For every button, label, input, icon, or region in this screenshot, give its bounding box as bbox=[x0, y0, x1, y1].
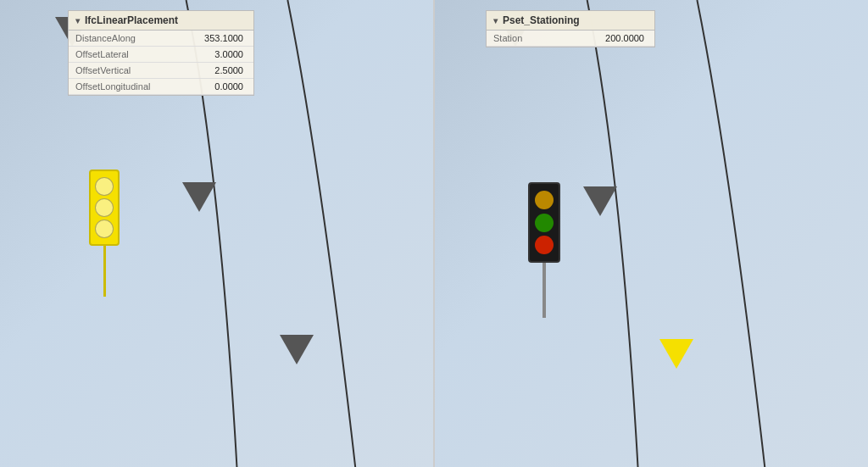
property-value: 353.1000 bbox=[179, 31, 253, 47]
property-name: OffsetLateral bbox=[69, 47, 179, 63]
traffic-light-body-normal bbox=[528, 182, 560, 263]
traffic-light-yellow bbox=[89, 170, 120, 297]
property-value: 3.0000 bbox=[179, 47, 253, 63]
property-value: 2.5000 bbox=[179, 63, 253, 79]
property-name: Station bbox=[487, 31, 597, 47]
nav-arrow-bottom-left[interactable] bbox=[280, 335, 314, 364]
table-row: OffsetVertical 2.5000 bbox=[69, 63, 253, 79]
nav-arrow-mid-right[interactable] bbox=[583, 186, 617, 216]
traffic-light-normal bbox=[528, 182, 560, 318]
right-viewport: ▾ Pset_Stationing Station 200.0000 bbox=[435, 0, 868, 467]
nav-arrow-bottom-right[interactable] bbox=[659, 339, 693, 369]
panel-title-left: IfcLinearPlacement bbox=[85, 14, 178, 26]
panel-header-left: ▾ IfcLinearPlacement bbox=[69, 11, 253, 31]
ifc-linear-placement-panel: ▾ IfcLinearPlacement DistanceAlong 353.1… bbox=[68, 10, 254, 96]
table-row: Station 200.0000 bbox=[487, 31, 654, 47]
traffic-light-lamp-green bbox=[535, 214, 554, 232]
pset-stationing-panel: ▾ Pset_Stationing Station 200.0000 bbox=[486, 10, 655, 47]
traffic-light-lamp-red bbox=[535, 236, 554, 254]
properties-table-right: Station 200.0000 bbox=[487, 31, 654, 47]
panel-title-right: Pset_Stationing bbox=[503, 14, 580, 26]
panel-header-right: ▾ Pset_Stationing bbox=[487, 11, 654, 31]
traffic-light-lamp-amber bbox=[535, 191, 554, 209]
property-name: OffsetLongitudinal bbox=[69, 79, 179, 95]
table-row: DistanceAlong 353.1000 bbox=[69, 31, 253, 47]
left-viewport: ▾ IfcLinearPlacement DistanceAlong 353.1… bbox=[0, 0, 435, 467]
properties-table-left: DistanceAlong 353.1000 OffsetLateral 3.0… bbox=[69, 31, 253, 95]
property-value: 0.0000 bbox=[179, 79, 253, 95]
traffic-light-pole bbox=[103, 246, 106, 297]
traffic-light-lamp-3 bbox=[95, 220, 114, 238]
chevron-icon[interactable]: ▾ bbox=[75, 16, 80, 25]
property-value: 200.0000 bbox=[597, 31, 654, 47]
chevron-icon-right[interactable]: ▾ bbox=[493, 16, 498, 25]
traffic-light-pole-normal bbox=[542, 263, 546, 318]
table-row: OffsetLateral 3.0000 bbox=[69, 47, 253, 63]
traffic-light-body bbox=[89, 170, 120, 246]
property-name: OffsetVertical bbox=[69, 63, 179, 79]
traffic-light-lamp-1 bbox=[95, 177, 114, 196]
table-row: OffsetLongitudinal 0.0000 bbox=[69, 79, 253, 95]
traffic-light-lamp-2 bbox=[95, 198, 114, 217]
property-name: DistanceAlong bbox=[69, 31, 179, 47]
road-curves-right bbox=[435, 0, 868, 467]
nav-arrow-mid-left[interactable] bbox=[182, 182, 216, 212]
